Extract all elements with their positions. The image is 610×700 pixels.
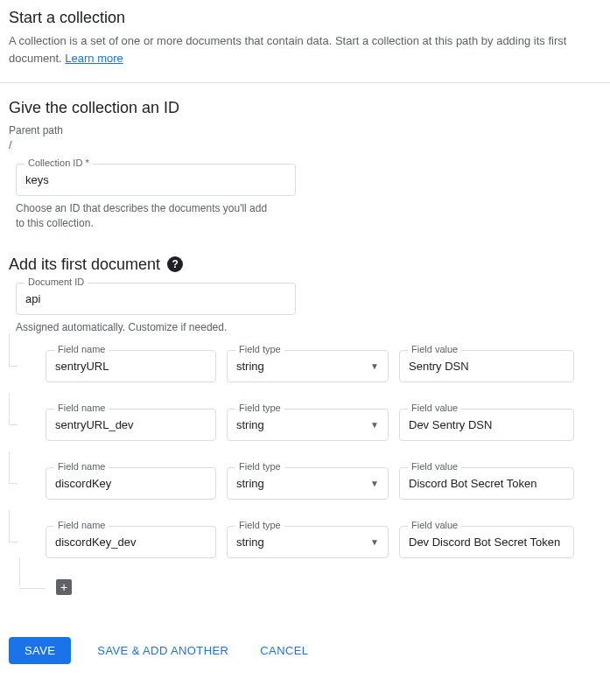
collection-id-section: Give the collection an ID Parent path / … (9, 99, 601, 231)
chevron-down-icon: ▼ (370, 361, 379, 371)
field-name-input[interactable] (46, 467, 216, 500)
start-collection-dialog: Start a collection A collection is a set… (0, 0, 610, 682)
field-value-label: Field value (408, 461, 461, 472)
field-value-label: Field value (408, 520, 461, 530)
chevron-down-icon: ▼ (370, 420, 379, 430)
dialog-title: Start a collection (9, 9, 601, 27)
field-value-input[interactable] (399, 467, 574, 500)
collection-id-label: Collection ID * (25, 158, 93, 168)
fields-list: Field name Field type string ▼ Field val… (19, 350, 601, 595)
field-value-input[interactable] (399, 409, 574, 441)
document-id-input[interactable] (16, 283, 296, 315)
document-id-label: Document ID (25, 276, 88, 287)
cancel-button[interactable]: CANCEL (255, 637, 313, 664)
divider (0, 82, 610, 83)
field-value-label: Field value (408, 402, 461, 413)
document-id-field: Document ID (16, 283, 296, 315)
field-type-select[interactable]: string ▼ (227, 350, 389, 382)
field-value-input[interactable] (399, 350, 574, 382)
field-type-label: Field type (235, 461, 284, 472)
collection-id-hint: Choose an ID that describes the document… (16, 201, 278, 231)
save-add-another-button[interactable]: SAVE & ADD ANOTHER (92, 637, 234, 664)
field-value-input[interactable] (399, 526, 574, 558)
field-type-select[interactable]: string ▼ (227, 526, 389, 558)
dialog-subtitle: A collection is a set of one or more doc… (9, 32, 601, 66)
field-name-label: Field name (54, 461, 109, 472)
chevron-down-icon: ▼ (370, 479, 379, 488)
parent-path-value: / (9, 138, 601, 151)
collection-section-title: Give the collection an ID (9, 99, 601, 117)
dialog-header: Start a collection A collection is a set… (9, 9, 601, 66)
plus-icon: + (60, 580, 67, 594)
help-icon[interactable]: ? (167, 256, 183, 272)
collection-id-input[interactable] (16, 164, 296, 196)
field-name-input[interactable] (46, 350, 216, 382)
field-row: Field name Field type string ▼ Field val… (19, 350, 601, 382)
field-name-input[interactable] (46, 526, 216, 558)
field-type-label: Field type (235, 402, 284, 413)
field-row: Field name Field type string ▼ Field val… (19, 526, 601, 558)
chevron-down-icon: ▼ (370, 537, 379, 547)
document-section: Add its first document ? Document ID Ass… (9, 256, 601, 596)
field-name-label: Field name (54, 520, 109, 530)
document-id-hint: Assigned automatically. Customize if nee… (16, 320, 278, 335)
field-name-label: Field name (54, 402, 109, 413)
field-name-label: Field name (54, 344, 109, 354)
field-type-label: Field type (235, 520, 284, 530)
add-field-row: + (56, 579, 601, 595)
field-type-select[interactable]: string ▼ (227, 467, 389, 500)
field-name-input[interactable] (46, 409, 216, 441)
save-button[interactable]: SAVE (9, 637, 71, 664)
field-row: Field name Field type string ▼ Field val… (19, 467, 601, 500)
field-type-select[interactable]: string ▼ (227, 409, 389, 441)
dialog-actions: SAVE SAVE & ADD ANOTHER CANCEL (9, 637, 601, 664)
document-section-title: Add its first document ? (9, 256, 601, 274)
field-value-label: Field value (408, 344, 461, 354)
add-field-button[interactable]: + (56, 579, 72, 595)
learn-more-link[interactable]: Learn more (65, 52, 123, 65)
field-row: Field name Field type string ▼ Field val… (19, 409, 601, 441)
field-type-label: Field type (235, 344, 284, 354)
parent-path-label: Parent path (9, 124, 601, 136)
collection-id-field: Collection ID * (16, 164, 296, 196)
